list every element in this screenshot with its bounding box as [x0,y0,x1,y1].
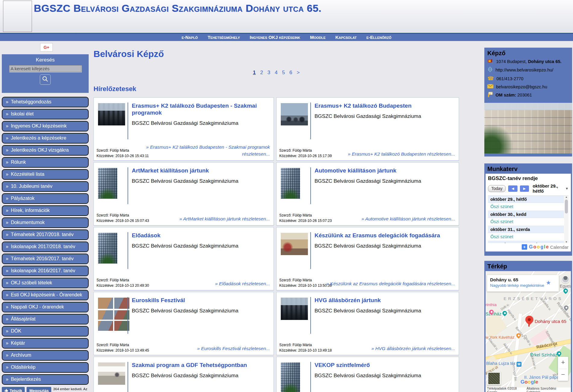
metro-icon[interactable]: M [517,362,521,367]
page-6[interactable]: 6 [289,70,292,75]
location-pin-icon[interactable] [524,314,535,325]
page-3[interactable]: 3 [268,70,270,75]
google-map[interactable]: Dohány u. 65 Nagyobb térkép megtekintése… [486,271,571,392]
article-thumbnail[interactable] [98,298,129,331]
article-title[interactable]: VEKOP szintfelmérő [315,362,454,369]
school-logo[interactable] [3,1,32,32]
calendar-prev-button[interactable]: ◀ [508,185,517,192]
sidebar-item-jubileumi-tanev[interactable]: »10. Jubileumi tanév [2,181,89,192]
article-read-more-link[interactable]: » HVG állásbörzén jártunk részletesen... [310,345,455,352]
sidebar-item-jelentkezes-kepzesekre[interactable]: »Jelentkezés a képzésekre [2,133,89,144]
email-address[interactable]: belvarosikepzo@bgszc.hu [496,84,547,89]
article-title[interactable]: HVG állásbörzén jártunk [315,297,454,304]
article-thumbnail[interactable] [98,233,117,264]
agenda-scrollbar[interactable]: ▲ ▼ [564,196,568,243]
article-read-more-link[interactable]: » Előadások részletesen... [125,280,270,287]
article-thumbnail[interactable] [281,233,308,255]
article-thumbnail[interactable] [281,362,300,392]
article-read-more-link[interactable]: » Erasmus+ K2 találkozó Budapesten részl… [310,151,455,157]
article-thumbnail[interactable] [281,168,300,199]
google-logo-letter: g [540,244,543,250]
sidebar-item-nappali-okj[interactable]: »Nappali OKJ - órarendek [2,302,89,312]
article-title[interactable]: Erasmus+ K2 találkozó Budapesten [315,103,454,109]
agenda-event-link[interactable]: Őszi szünet [488,203,564,211]
page-2[interactable]: 2 [260,70,263,75]
nav-item-moodle[interactable]: Moodle [310,34,326,41]
sidebar-item-okj-kepzesek[interactable]: »Ingyenes OKJ képzéseink [2,121,89,131]
sidebar-item-rolunk[interactable]: »Rólunk [2,157,89,168]
article-title[interactable]: Euroskills Fesztivál [132,297,269,304]
sidebar-item-dok[interactable]: »DÖK [2,326,89,337]
article-thumbnail[interactable] [281,298,308,320]
sidebar-item-bejelentkezes[interactable]: »Bejelentkezés [2,374,89,385]
zoom-in-button[interactable]: + [558,357,568,369]
chevron-down-icon[interactable]: ▼ [565,187,568,190]
scroll-down-icon[interactable]: ▼ [565,241,568,243]
news-card: Euroskills Fesztivál BGSZC Belvárosi Gaz… [93,292,274,355]
article-read-more-link[interactable]: » Euroskills Fesztivál részletesen... [125,345,270,352]
nav-item-kapcsolat[interactable]: Kapcsolat [335,34,357,41]
next-page-arrow[interactable]: > [297,70,300,75]
add-calendar-icon[interactable]: + [522,244,527,250]
munkaterv-title: Munkaterv [484,163,572,174]
nav-item-enaplo[interactable]: e-Napló [182,34,198,41]
sidebar-item-keptar[interactable]: »Képtár [2,338,89,349]
page-4[interactable]: 4 [275,70,277,75]
article-thumbnail[interactable] [98,362,125,385]
sidebar-item-temahetek-2016[interactable]: »Témahetek 2016/2017. tanév [2,254,89,264]
scroll-up-icon[interactable]: ▲ [565,196,568,198]
agenda-day: október 30., kedd [488,211,564,218]
page-1[interactable]: 1 [253,70,255,75]
nav-item-tehetsegmuhely[interactable]: Tehetségműhely [207,34,240,41]
article-thumbnail[interactable] [98,103,125,125]
page-5[interactable]: 5 [282,70,285,75]
article-title[interactable]: Automotive kiállításon jártunk [315,167,454,174]
sidebar-item-dokumentumok[interactable]: »Dokumentumok [2,217,89,228]
article-title[interactable]: Erasmus+ K2 találkozó Budapesten - Szakm… [132,103,269,116]
article-thumbnail[interactable] [281,103,308,125]
terms-link[interactable]: Általános Szerződési Feltételek [527,387,569,392]
facebook-like-button[interactable]: Tetszik [2,387,25,392]
sidebar-item-esti-okj[interactable]: »Esti OKJ képzéseink - Órarendek [2,290,89,300]
calendar-today-button[interactable]: Today [488,185,506,192]
sidebar-item-palyazatok[interactable]: »Pályázatok [2,193,89,204]
sidebar-item-hirek[interactable]: »Hírek, információk [2,205,89,216]
avatar[interactable] [562,275,569,283]
article-title[interactable]: Szakmai program a GDF Tehetségpontban [132,362,269,369]
agenda-event-link[interactable]: Őszi szünet [488,218,564,226]
article-read-more-link[interactable]: » Készülünk az Erasmus delegációk fogadá… [310,280,455,287]
sidebar-item-kozzeteteli-lista[interactable]: »Közzétételi lista [2,169,89,180]
sidebar-item-archivum[interactable]: »Archívum [2,350,89,361]
calendar-next-button[interactable]: ▶ [520,185,529,192]
google-calendar-footer[interactable]: + G o o g l e Calendar [488,243,568,251]
article-title[interactable]: ArtMarket kiállításon jártunk [132,167,269,174]
facebook-share-button[interactable]: Megosztás [27,387,51,392]
search-input[interactable] [9,65,81,72]
sidebar-item-iskolai-elet[interactable]: »Iskolai élet [2,109,89,119]
article-read-more-link[interactable]: » Automotive kiállításon jártunk részlet… [310,216,455,222]
sidebar-item-tehetseggondozas[interactable]: »Tehetséggondozás [2,97,89,107]
star-icon[interactable]: ★ [546,279,551,286]
sidebar-item-jelentkezes-vizsgakra[interactable]: »Jelentkezés OKJ vizsgákra [2,145,89,156]
article-thumbnail[interactable] [98,168,117,199]
sidebar-item-okj-szobeli[interactable]: »OKJ szóbeli tételek [2,278,89,288]
sidebar-item-temahetek-2017[interactable]: »Témahetek 2017/2018. tanév [2,229,89,240]
article-title[interactable]: Készülünk az Erasmus delegációk fogadásá… [315,232,454,239]
nav-item-eellenorzo[interactable]: e-Ellenőrző [366,34,391,41]
agenda-event-link[interactable]: Őszi szünet [488,233,564,241]
article-read-more-link[interactable]: » Erasmus+ K2 találkozó Budapesten - Sza… [125,144,270,157]
sidebar-item-oldalterkep[interactable]: »Oldaltérkép [2,362,89,373]
satellite-view-toggle[interactable] [487,372,501,385]
zoom-out-button[interactable]: − [558,369,568,381]
scrollbar-thumb[interactable] [565,200,568,213]
google-logo[interactable]: Google [521,379,538,385]
search-button[interactable] [40,74,51,85]
nav-item-okj[interactable]: Ingyenes OKJ képzéseink [250,34,300,41]
google-plus-button[interactable]: G+ [40,43,53,52]
sidebar-item-allasajanlat[interactable]: »Állásajánlat [2,314,89,324]
article-title[interactable]: Előadások [132,232,269,239]
sidebar-item-iskolanapok-2016[interactable]: »Iskolanapok 2016/2017. tanév [2,266,89,276]
website-link[interactable]: http://www.belvarosikepzo.hu/ [495,68,553,72]
sidebar-item-iskolanapok-2017[interactable]: »Iskolanapok 2017/2018. tanév [2,242,89,252]
article-read-more-link[interactable]: » ArtMarket kiállításon jártunk részlete… [125,216,270,222]
